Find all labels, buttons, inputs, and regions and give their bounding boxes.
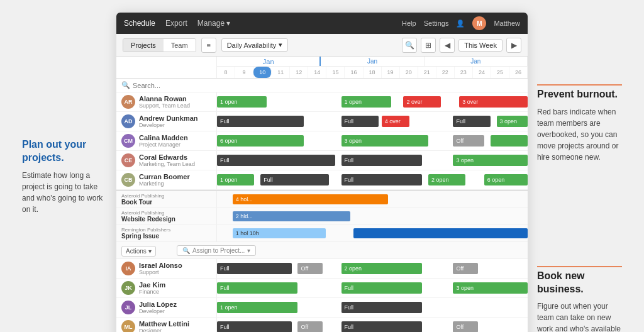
timeline-jae: Full Full 3 open [217, 279, 528, 297]
left-annotation: Plan out your projects. Estimate how lon… [13, 13, 116, 221]
table-row: CM Calina Madden Project Manager 6 open … [116, 131, 528, 151]
person-role: Marketing, Team Lead [139, 161, 211, 167]
search-button[interactable]: 🔍 [402, 38, 417, 53]
grid-button[interactable]: ⊞ [421, 38, 436, 53]
nav-settings[interactable]: Settings [424, 19, 449, 27]
full-bar: Full [217, 155, 335, 166]
avatar: CM [121, 134, 135, 148]
project-label: Asteroid Publishing Book Tour [116, 191, 217, 208]
person-info-israel: IA Israel Alonso Support [116, 259, 217, 278]
day-25: 25 [491, 67, 509, 78]
project-name: Book Tour [121, 199, 211, 206]
full-bar: Full [260, 174, 329, 185]
tab-team[interactable]: Team [164, 39, 196, 52]
timeline-andrew: Full Full 4 over Full 3 open [217, 112, 528, 131]
table-row: CB Curran Boomer Marketing 1 open Full F… [116, 170, 528, 190]
timeline-calina: 6 open 3 open Off [217, 131, 528, 150]
availability-bar: Full [341, 282, 422, 294]
day-18: 18 [364, 67, 382, 78]
availability-bar: 3 open [453, 282, 528, 294]
left-annotation-title: Plan out your projects. [22, 138, 107, 165]
timeline-curran: 1 open Full Full 2 open 6 open [217, 170, 528, 189]
avatar: AD [121, 114, 135, 128]
person-info-coral: CE Coral Edwards Marketing, Team Lead [116, 151, 217, 170]
right-bottom-annotation: Book new business. Figure out when your … [537, 182, 622, 332]
next-button[interactable]: ▶ [506, 38, 521, 53]
person-role: Developer [139, 308, 211, 314]
person-details: Curran Boomer Marketing [139, 173, 211, 187]
day-9: 9 [235, 67, 253, 78]
person-name: Julia López [139, 301, 211, 308]
person-details: Calina Madden Project Manager [139, 134, 211, 148]
table-row: CE Coral Edwards Marketing, Team Lead Fu… [116, 151, 528, 170]
book-business-title: Book new business. [537, 270, 622, 296]
full-bar: Full [341, 116, 379, 127]
availability-dropdown[interactable]: Daily Availability ▾ [221, 38, 289, 52]
table-row: JL Julia López Developer 1 open Full [116, 298, 528, 318]
timeline-israel: Full Off 2 open Off [217, 259, 528, 278]
project-name: Spring Issue [121, 233, 211, 240]
nav-export[interactable]: Export [165, 19, 187, 28]
project-section: Asteroid Publishing Book Tour 4 hol... A… [116, 190, 528, 259]
tab-projects[interactable]: Projects [123, 39, 164, 52]
person-name: Coral Edwards [139, 153, 211, 161]
day-19: 19 [382, 67, 400, 78]
divider-top [537, 84, 622, 86]
person-details: Jae Kim Finance [139, 281, 211, 295]
header-grid: Jan Jan Jan 8 9 10 11 12 14 15 16 18 [217, 57, 528, 78]
overbooked-bar: 4 over [382, 116, 409, 127]
person-role: Designer [139, 328, 211, 332]
month-row: Jan Jan Jan [217, 57, 528, 67]
availability-bar: 1 open [341, 96, 391, 108]
day-16: 16 [345, 67, 363, 78]
person-info-andrew: AD Andrew Dunkman Developer [116, 112, 217, 131]
prev-button[interactable]: ◀ [440, 38, 455, 53]
availability-bar: 1 open [217, 174, 254, 185]
availability-bar [491, 135, 528, 147]
filter-button[interactable]: ≡ [201, 38, 216, 53]
nav-manage[interactable]: Manage ▾ [197, 19, 230, 28]
right-top-annotation: Prevent burnout. Red bars indicate when … [537, 19, 622, 163]
prevent-burnout-text: Red bars indicate when team members are … [537, 106, 622, 163]
project-bar [353, 228, 528, 238]
nav-user-icon: 👤 [456, 19, 465, 28]
project-bar: 4 hol... [233, 194, 388, 204]
date-header: Jan Jan Jan 8 9 10 11 12 14 15 16 18 [116, 57, 528, 79]
person-details: Julia López Developer [139, 301, 211, 314]
month-jan-2: Jan [321, 57, 424, 66]
timeline-coral: Full Full 3 open [217, 151, 528, 170]
nav-help[interactable]: Help [402, 19, 416, 27]
person-details: Alanna Rowan Support, Team Lead [139, 95, 211, 109]
month-jan-3: Jan [425, 57, 528, 66]
prevent-burnout-title: Prevent burnout. [537, 88, 622, 101]
this-week-button[interactable]: This Week [458, 39, 502, 52]
avatar: JK [121, 281, 135, 295]
actions-button[interactable]: Actions ▾ [121, 246, 156, 257]
person-info-matthew: ML Matthew Lettini Designer [116, 318, 217, 332]
availability-bar: 3 open [497, 116, 528, 127]
day-11: 11 [272, 67, 290, 78]
off-bar: Off [453, 135, 484, 147]
nav-username[interactable]: Matthew [494, 19, 520, 27]
availability-bar: 3 open [453, 155, 528, 166]
right-annotation: Prevent burnout. Red bars indicate when … [528, 13, 631, 332]
project-name: Website Redesign [121, 216, 211, 223]
off-bar: Off [297, 263, 323, 274]
day-21: 21 [418, 67, 436, 78]
person-name: Andrew Dunkman [139, 114, 211, 122]
table-row: JK Jae Kim Finance Full Full 3 open [116, 279, 528, 298]
person-details: Matthew Lettini Designer [139, 320, 211, 332]
full-bar: Full [217, 263, 292, 274]
day-20: 20 [400, 67, 418, 78]
person-details: Andrew Dunkman Developer [139, 114, 211, 128]
timeline-julia: 1 open Full [217, 298, 528, 317]
nav-schedule[interactable]: Schedule [124, 19, 155, 28]
project-actions-row: Actions ▾ 🔍 Assign to Project... ▾ [116, 242, 528, 259]
assign-to-project-btn[interactable]: 🔍 Assign to Project... ▾ [177, 245, 256, 256]
project-timeline-website: 2 hld... [217, 208, 528, 224]
full-bar: Full [217, 321, 292, 332]
project-row-website: Asteroid Publishing Website Redesign 2 h… [116, 208, 528, 225]
search-input[interactable] [133, 82, 523, 89]
availability-bar: 1 open [217, 302, 297, 313]
project-client: Asteroid Publishing [121, 210, 211, 216]
